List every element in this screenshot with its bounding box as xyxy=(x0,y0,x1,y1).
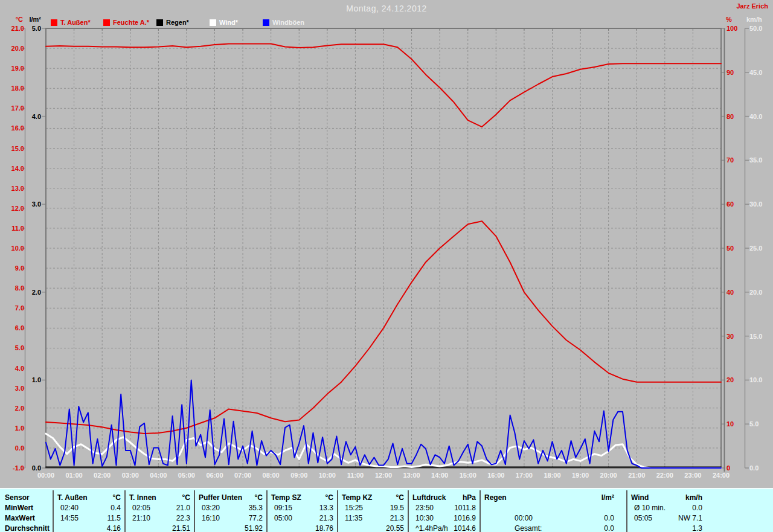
temp-axis-tick: 17.0 xyxy=(4,104,24,112)
legend-swatch-icon xyxy=(103,19,110,26)
time-axis-tick: 02:00 xyxy=(89,472,115,479)
wind-axis-tick: 50.0 xyxy=(749,25,762,32)
rain-axis-tick: 5.0 xyxy=(25,25,41,32)
table-stat-value: 22.3 xyxy=(129,513,190,523)
temp-axis-tick: 6.0 xyxy=(4,324,24,332)
temp-axis-tick: 7.0 xyxy=(4,304,24,312)
time-axis-tick: 06:00 xyxy=(202,472,228,479)
table-stat-value: 21.3 xyxy=(271,513,333,523)
table-stat-value: 35.3 xyxy=(199,503,263,513)
time-axis-tick: 10:00 xyxy=(314,472,341,479)
temp-axis-tick: 21.0 xyxy=(4,25,24,32)
humidity-axis-tick: 50 xyxy=(726,245,734,252)
time-axis-tick: 15:00 xyxy=(455,472,481,479)
temp-axis-tick: 14.0 xyxy=(4,165,24,172)
series-feuchte-a- xyxy=(46,44,721,127)
table-stat-value: 21.3 xyxy=(342,513,404,523)
humidity-axis-tick: 0 xyxy=(726,464,730,472)
table-col-unit: l/m² xyxy=(484,493,614,502)
time-axis-tick: 04:00 xyxy=(145,472,172,479)
rain-axis-tick: 4.0 xyxy=(25,113,41,120)
table-stat-value: 19.5 xyxy=(342,503,404,513)
wind-axis-tick: 30.0 xyxy=(749,200,762,208)
table-column-separator xyxy=(194,490,195,532)
legend-swatch-icon xyxy=(210,19,216,26)
humidity-axis-tick: 60 xyxy=(726,200,734,208)
time-axis-tick: 05:00 xyxy=(173,472,200,479)
table-stat-value: 21.0 xyxy=(129,503,190,513)
table-row-label: MinWert xyxy=(5,503,33,513)
temp-axis-tick: 8.0 xyxy=(4,284,24,292)
temp-axis-tick: 12.0 xyxy=(4,205,24,212)
legend-label: Regen* xyxy=(166,19,189,26)
wind-axis-tick: 15.0 xyxy=(749,333,762,340)
temp-axis-tick: 18.0 xyxy=(4,85,24,92)
table-col-unit: hPa xyxy=(412,493,476,502)
table-stat-value: 21.51 xyxy=(129,524,190,532)
humidity-axis-tick: 10 xyxy=(726,420,734,428)
time-axis-tick: 03:00 xyxy=(117,472,144,479)
table-stat-value: 1014.6 xyxy=(412,524,476,532)
rain-axis-tick: 0.0 xyxy=(25,464,41,472)
rain-axis-tick: 1.0 xyxy=(25,376,41,383)
time-axis-tick: 17:00 xyxy=(511,472,537,479)
table-col-unit: °C xyxy=(199,493,263,502)
humidity-axis-tick: 80 xyxy=(726,113,734,120)
table-col-unit: km/h xyxy=(631,493,702,502)
temp-axis-tick: -1.0 xyxy=(4,464,24,472)
table-stat-value: 1016.9 xyxy=(412,513,476,523)
table-stat-value: 0.0 xyxy=(484,524,614,532)
table-column-separator xyxy=(408,490,409,532)
table-stat-value: 0.0 xyxy=(631,503,702,513)
temp-axis-tick: 9.0 xyxy=(4,264,24,272)
table-stat-value: 11.5 xyxy=(57,513,121,523)
legend-swatch-icon xyxy=(263,19,269,26)
wind-axis-tick: 0.0 xyxy=(749,464,759,472)
table-stat-value: 0.4 xyxy=(57,503,121,513)
temp-axis-tick: 19.0 xyxy=(4,65,24,72)
time-axis-tick: 00:00 xyxy=(33,472,59,479)
time-axis-tick: 12:00 xyxy=(370,472,397,479)
humidity-axis-tick: 40 xyxy=(726,289,734,296)
table-stat-value: 1.3 xyxy=(631,524,702,532)
rain-axis-tick: 3.0 xyxy=(25,200,41,208)
page-title: Montag, 24.12.2012 xyxy=(0,4,773,13)
time-axis-tick: 08:00 xyxy=(258,472,284,479)
temp-axis-tick: 11.0 xyxy=(4,225,24,232)
weather-chart-plot xyxy=(0,0,773,486)
table-col-unit: °C xyxy=(57,493,121,502)
wind-axis-tick: 25.0 xyxy=(749,245,762,252)
legend-label: Windböen xyxy=(272,19,304,26)
temp-axis-tick: 15.0 xyxy=(4,145,24,152)
time-axis-tick: 19:00 xyxy=(567,472,594,479)
time-axis-tick: 22:00 xyxy=(652,472,678,479)
temp-axis-tick: 4.0 xyxy=(4,365,24,372)
table-column-separator xyxy=(626,490,627,532)
table-column-separator xyxy=(124,490,126,532)
weather-app-window: { "header": { "title": "Montag, 24.12.20… xyxy=(0,0,773,532)
time-axis-tick: 20:00 xyxy=(595,472,622,479)
humidity-axis-tick: 20 xyxy=(726,376,734,383)
temp-axis-unit: °C xyxy=(5,16,23,23)
temp-axis-tick: 3.0 xyxy=(4,385,24,392)
time-axis-tick: 13:00 xyxy=(399,472,425,479)
table-stat-value: 20.55 xyxy=(342,524,404,532)
table-col-unit: °C xyxy=(342,493,404,502)
table-col-unit: °C xyxy=(271,493,333,502)
temp-axis-tick: 1.0 xyxy=(4,425,24,432)
table-stat-value: 18.76 xyxy=(271,524,333,532)
time-axis-tick: 11:00 xyxy=(342,472,368,479)
wind-axis-tick: 10.0 xyxy=(749,376,762,383)
rain-axis-tick: 2.0 xyxy=(25,289,41,296)
humidity-axis-unit: % xyxy=(726,16,738,23)
table-column-separator xyxy=(337,490,338,532)
table-row-label: MaxWert xyxy=(5,513,35,523)
operator-name: Jarz Erich xyxy=(736,2,768,10)
legend-swatch-icon xyxy=(51,19,57,26)
time-axis-tick: 23:00 xyxy=(679,472,706,479)
temp-axis-tick: 5.0 xyxy=(4,344,24,351)
temp-axis-tick: 20.0 xyxy=(4,45,24,52)
table-column-separator xyxy=(480,490,481,532)
sensor-stats-table: SensorMinWertMaxWertDurchschnittT. Außen… xyxy=(0,488,773,532)
time-axis-tick: 21:00 xyxy=(623,472,650,479)
